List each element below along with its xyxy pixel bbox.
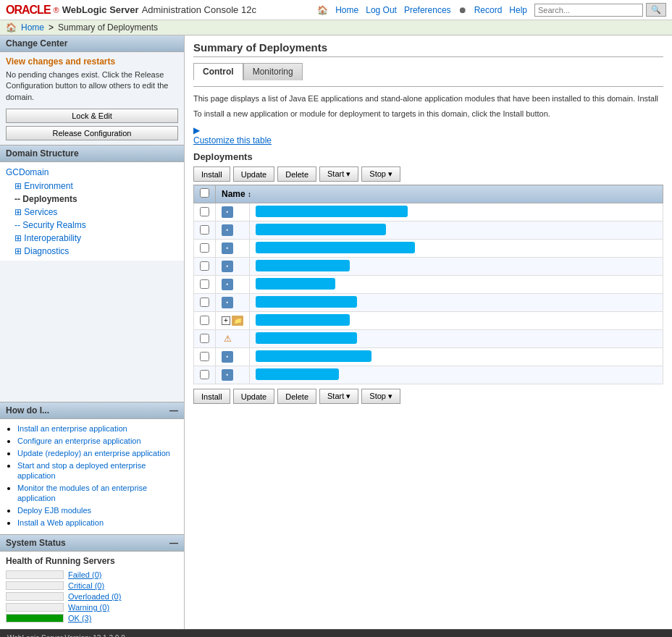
- row-checkbox[interactable]: [200, 207, 209, 216]
- nav-help[interactable]: Help: [509, 5, 527, 15]
- row-checkbox[interactable]: [200, 298, 209, 307]
- app-icon: ▪: [222, 351, 233, 363]
- sidebar: Change Center View changes and restarts …: [0, 35, 185, 629]
- deployments-title: Deployments: [193, 151, 663, 162]
- status-label-overloaded[interactable]: Overloaded (0): [68, 592, 121, 601]
- breadcrumb-home-link[interactable]: Home: [21, 22, 44, 33]
- install-button[interactable]: Install: [193, 166, 230, 182]
- row-icon-cell: +📁: [216, 312, 250, 330]
- search-input[interactable]: [534, 4, 643, 17]
- row-checkbox[interactable]: [200, 279, 209, 289]
- how-do-i-link-ejb[interactable]: Deploy EJB modules: [17, 506, 91, 515]
- tree-item-environment[interactable]: ⊞ Environment: [0, 180, 184, 193]
- update-button-bottom[interactable]: Update: [233, 389, 274, 404]
- status-label-ok[interactable]: OK (3): [68, 614, 91, 623]
- row-name-cell: [250, 240, 663, 258]
- name-bar: [256, 242, 415, 253]
- how-do-i-link-start-stop[interactable]: Start and stop a deployed enterprise app…: [17, 461, 146, 480]
- tab-border: [193, 86, 663, 87]
- domain-structure-section: Domain Structure GCDomain ⊞ Environment …: [0, 145, 184, 402]
- stop-button[interactable]: Stop: [361, 166, 400, 182]
- nav-logout[interactable]: Log Out: [366, 5, 397, 15]
- row-name-cell: [250, 276, 663, 294]
- table-row: +📁: [194, 312, 663, 330]
- status-row-overloaded: Overloaded (0): [6, 592, 178, 601]
- name-bar: [256, 350, 371, 362]
- content-inner: Summary of Deployments Control Monitorin…: [185, 35, 672, 413]
- header: ORACLE ® WebLogic Server Administration …: [0, 0, 672, 20]
- app-icon: ▪: [222, 297, 233, 308]
- start-button-bottom[interactable]: Start: [319, 389, 358, 404]
- tree-item-diagnostics[interactable]: ⊞ Diagnostics: [0, 245, 184, 258]
- collapse-system-icon[interactable]: —: [169, 538, 178, 548]
- how-do-i-item: Start and stop a deployed enterprise app…: [17, 460, 178, 481]
- status-label-critical[interactable]: Critical (0): [68, 581, 104, 590]
- row-icon-cell: ▪: [216, 203, 250, 222]
- install-button-bottom[interactable]: Install: [193, 389, 230, 404]
- expand-icon[interactable]: +: [222, 316, 230, 325]
- name-bar: [256, 314, 350, 326]
- row-name-cell: [250, 294, 663, 312]
- row-icon-cell: ▪: [216, 240, 250, 258]
- tab-bar: Control Monitoring: [193, 63, 663, 80]
- change-center-title: View changes and restarts: [6, 56, 178, 67]
- release-config-button[interactable]: Release Configuration: [6, 126, 178, 140]
- how-do-i-link-update[interactable]: Update (redeploy) an enterprise applicat…: [17, 449, 170, 457]
- tree-item-services[interactable]: ⊞ Services: [0, 206, 184, 219]
- breadcrumb-separator: >: [49, 22, 54, 33]
- app-icon: ▪: [222, 206, 233, 218]
- how-do-i-link-web[interactable]: Install a Web application: [17, 518, 104, 527]
- tab-control[interactable]: Control: [193, 63, 243, 80]
- system-status-content: Health of Running Servers Failed (0) Cri…: [0, 552, 184, 629]
- nav-home[interactable]: Home: [335, 5, 358, 15]
- customize-link[interactable]: Customize this table: [193, 135, 663, 145]
- status-row-ok: OK (3): [6, 614, 178, 623]
- collapse-icon[interactable]: —: [169, 405, 178, 415]
- app-icon: 📁: [232, 316, 243, 326]
- row-checkbox[interactable]: [200, 352, 209, 361]
- row-checkbox[interactable]: [200, 243, 209, 253]
- main-layout: Change Center View changes and restarts …: [0, 35, 672, 629]
- arrow-icon: ▶: [193, 125, 200, 135]
- row-icon-cell: ▪: [216, 276, 250, 294]
- name-bar: [256, 368, 339, 380]
- tree-item-interoperability[interactable]: ⊞ Interoperability: [0, 232, 184, 245]
- table-row: ▪: [194, 240, 663, 258]
- tree-item-deployments[interactable]: -- Deployments: [0, 193, 184, 206]
- deployments-table: Name ↕ ▪▪▪▪▪▪+📁⚠▪▪: [193, 185, 663, 384]
- tree-root-gcdomain[interactable]: GCDomain: [0, 165, 184, 180]
- status-label-failed[interactable]: Failed (0): [68, 570, 101, 579]
- stop-button-bottom[interactable]: Stop: [361, 389, 400, 404]
- home-icon: 🏠: [317, 5, 328, 15]
- how-do-i-link-configure[interactable]: Configure an enterprise application: [17, 436, 141, 445]
- row-checkbox[interactable]: [200, 225, 209, 235]
- how-do-i-link-install[interactable]: Install an enterprise application: [17, 424, 127, 433]
- row-checkbox[interactable]: [200, 316, 209, 325]
- search-button[interactable]: 🔍: [646, 3, 666, 17]
- oracle-logo: ORACLE ® WebLogic Server Administration …: [6, 4, 256, 17]
- row-name-cell: [250, 258, 663, 276]
- name-bar: [256, 206, 408, 217]
- update-button[interactable]: Update: [233, 166, 274, 182]
- how-do-i-item: Configure an enterprise application: [17, 436, 178, 446]
- start-button[interactable]: Start: [319, 166, 358, 182]
- delete-button-bottom[interactable]: Delete: [277, 389, 316, 404]
- nav-record[interactable]: Record: [474, 5, 503, 15]
- tree-item-security-realms[interactable]: -- Security Realms: [0, 219, 184, 232]
- row-checkbox[interactable]: [200, 261, 209, 271]
- table-row: ▪: [194, 222, 663, 240]
- select-all-checkbox[interactable]: [200, 188, 209, 198]
- table-row: ▪: [194, 258, 663, 276]
- nav-preferences[interactable]: Preferences: [404, 5, 451, 15]
- row-checkbox[interactable]: [200, 334, 209, 343]
- lock-edit-button[interactable]: Lock & Edit: [6, 109, 178, 123]
- how-do-i-link-monitor[interactable]: Monitor the modules of an enterprise app…: [17, 484, 147, 502]
- status-label-warning[interactable]: Warning (0): [68, 603, 109, 612]
- domain-structure-header: Domain Structure: [0, 145, 184, 162]
- status-row-warning: Warning (0): [6, 603, 178, 612]
- row-checkbox[interactable]: [200, 370, 209, 379]
- delete-button[interactable]: Delete: [277, 166, 316, 182]
- row-icon-cell: ▪: [216, 294, 250, 312]
- tab-monitoring[interactable]: Monitoring: [243, 63, 303, 80]
- app-icon: ⚠: [222, 333, 233, 345]
